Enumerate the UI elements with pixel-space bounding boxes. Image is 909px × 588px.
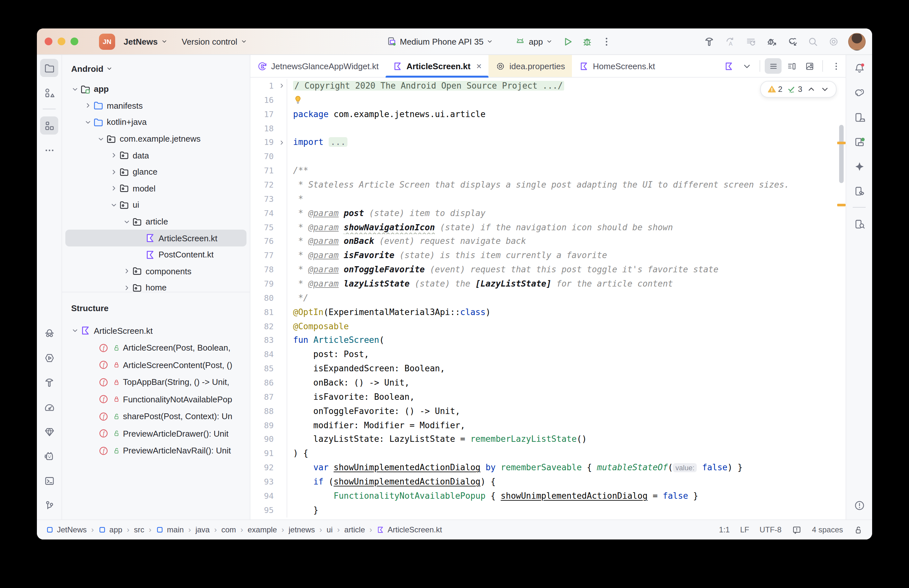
- build-hammer-button[interactable]: [701, 33, 717, 50]
- tree-item-home[interactable]: home: [62, 279, 250, 292]
- code-text[interactable]: * @param post (state) item to display: [287, 206, 846, 220]
- tool-device-manager-button[interactable]: [850, 132, 868, 151]
- chev-down-s-view-button[interactable]: [738, 58, 755, 74]
- code-line-79[interactable]: 79 * @param lazyListState (state) the [L…: [250, 277, 846, 291]
- tree-item-com-example-jetnews[interactable]: com.example.jetnews: [62, 131, 250, 147]
- tool-app-inspection-button[interactable]: [40, 324, 58, 342]
- code-line-86[interactable]: 86 onBack: () -> Unit,: [250, 376, 846, 390]
- code-line-77[interactable]: 77 * @param isFavorite (state) is this i…: [250, 249, 846, 263]
- tool-running-devices-button[interactable]: [850, 108, 868, 126]
- inspections-bubble-status-button[interactable]: [792, 525, 802, 535]
- code-line-84[interactable]: 84 post: Post,: [250, 348, 846, 362]
- vcs-menu[interactable]: Version control: [179, 35, 250, 48]
- weak-warnings-indicator[interactable]: 3: [787, 85, 802, 94]
- code-editor[interactable]: 1/ Copyright 2020 The Android Open Sourc…: [250, 78, 846, 519]
- inspections-widget[interactable]: 23: [760, 81, 836, 98]
- tree-item-articlescreen-kt[interactable]: ArticleScreen.kt: [65, 230, 247, 246]
- lock-open-gray-status-button[interactable]: [853, 525, 863, 535]
- code-text[interactable]: [287, 93, 846, 107]
- code-text[interactable]: post: Post,: [287, 348, 846, 362]
- code-line-75[interactable]: 75 * @param showNavigationIcon (state) i…: [250, 220, 846, 234]
- next-problem-button[interactable]: [820, 85, 830, 94]
- warnings-indicator[interactable]: 2: [767, 85, 782, 94]
- tool-logcat-button[interactable]: [40, 447, 58, 465]
- tab-idea-properties[interactable]: idea.properties: [489, 55, 572, 77]
- run-play-button[interactable]: [559, 33, 576, 50]
- tree-item-manifests[interactable]: manifests: [62, 97, 250, 114]
- code-text[interactable]: onToggleFavorite: () -> Unit,: [287, 404, 846, 418]
- breadcrumb-article[interactable]: article: [344, 525, 365, 534]
- code-line-18[interactable]: 18: [250, 121, 846, 136]
- tool-services-button[interactable]: [40, 349, 58, 367]
- code-text[interactable]: [287, 121, 846, 136]
- code-line-73[interactable]: 73 *: [250, 192, 846, 206]
- gradle-sync-button[interactable]: [783, 33, 800, 50]
- code-text[interactable]: onBack: () -> Unit,: [287, 376, 846, 390]
- tab-jetnewsglanceappwidget-kt[interactable]: JetnewsGlanceAppWidget.kt: [250, 55, 386, 77]
- tool-app-quality-insights-button[interactable]: [40, 422, 58, 441]
- tree-item-functionalitynotavailablepop[interactable]: fFunctionalityNotAvailablePop: [62, 391, 250, 408]
- run-tasks-button[interactable]: [742, 33, 759, 50]
- breadcrumb-main[interactable]: main: [156, 525, 184, 534]
- code-line-19[interactable]: 19import ...: [250, 136, 846, 150]
- breadcrumb-example[interactable]: example: [248, 525, 277, 534]
- sync-a-button[interactable]: A: [722, 33, 738, 50]
- kebab-button[interactable]: [598, 33, 615, 50]
- code-text[interactable]: * @param showNavigationIcon (state) if t…: [287, 220, 846, 234]
- code-text[interactable]: * @param isFavorite (state) is this item…: [287, 249, 846, 263]
- tool-structure-tool-button[interactable]: [40, 116, 58, 134]
- tool-bell-button[interactable]: [850, 59, 868, 77]
- tree-item-model[interactable]: model: [62, 180, 250, 197]
- warning-stripe-mark[interactable]: [837, 204, 846, 206]
- code-line-70[interactable]: 70: [250, 150, 846, 164]
- status-lf[interactable]: LF: [740, 525, 749, 534]
- tool-problems-button[interactable]: [850, 496, 868, 514]
- split-view-view-button[interactable]: [783, 58, 800, 74]
- code-line-93[interactable]: 93 if (showUnimplementedActionDialog) {: [250, 475, 846, 489]
- code-line-17[interactable]: 17package com.example.jetnews.ui.article: [250, 107, 846, 121]
- code-text[interactable]: if (showUnimplementedActionDialog) {: [287, 475, 846, 489]
- tool-gemini-sparkle-button[interactable]: [850, 157, 868, 175]
- breadcrumb-jetnews[interactable]: JetNews: [46, 525, 87, 534]
- code-line-72[interactable]: 72 * Stateless Article Screen that displ…: [250, 178, 846, 192]
- tool-more-horizontal-button[interactable]: [40, 141, 58, 159]
- code-text[interactable]: *: [287, 192, 846, 206]
- code-line-90[interactable]: 90 lazyListState: LazyListState = rememb…: [250, 433, 846, 447]
- code-text[interactable]: @OptIn(ExperimentalMaterial3Api::class): [287, 305, 846, 320]
- tree-item-kotlin-java[interactable]: kotlin+java: [62, 114, 250, 130]
- code-text[interactable]: /**: [287, 164, 846, 178]
- tool-resource-manager-button[interactable]: [40, 84, 58, 102]
- tab-articlescreen-kt[interactable]: ArticleScreen.kt×: [386, 55, 488, 77]
- tree-item-app[interactable]: app: [62, 81, 250, 97]
- code-text[interactable]: isFavorite: Boolean,: [287, 390, 846, 404]
- zoom-window-button[interactable]: [71, 37, 78, 45]
- tree-item-previewarticlenavrail-unit[interactable]: fPreviewArticleNavRail(): Unit: [62, 442, 250, 459]
- previous-problem-button[interactable]: [807, 85, 816, 94]
- settings-button[interactable]: [825, 33, 842, 50]
- run-configuration-selector[interactable]: app: [513, 34, 555, 48]
- status-utf-8[interactable]: UTF-8: [760, 525, 781, 534]
- tool-terminal-button[interactable]: [40, 472, 58, 489]
- tool-git-branch-button[interactable]: [40, 496, 58, 514]
- design-view-view-button[interactable]: [801, 58, 818, 74]
- tool-profiler-button[interactable]: [40, 398, 58, 416]
- device-selector[interactable]: Medium Phone API 35: [384, 34, 496, 48]
- code-line-71[interactable]: 71/**: [250, 164, 846, 178]
- tab-homescreens-kt[interactable]: HomeScreens.kt: [572, 55, 662, 77]
- breadcrumb-jetnews[interactable]: jetnews: [289, 525, 315, 534]
- warning-stripe-mark[interactable]: [837, 142, 846, 144]
- tree-item-ui[interactable]: ui: [62, 197, 250, 213]
- kotlin-view-button[interactable]: [720, 58, 737, 74]
- tree-item-data[interactable]: data: [62, 147, 250, 164]
- code-text[interactable]: package com.example.jetnews.ui.article: [287, 107, 846, 121]
- breadcrumb-app[interactable]: app: [98, 525, 122, 534]
- code-text[interactable]: modifier: Modifier = Modifier,: [287, 418, 846, 433]
- tool-project-folder-button[interactable]: [40, 59, 58, 77]
- kebab-view-button[interactable]: [827, 58, 844, 74]
- fold-toggle[interactable]: [277, 79, 287, 93]
- minimize-window-button[interactable]: [58, 37, 65, 45]
- code-text[interactable]: FunctionalityNotAvailablePopup { showUni…: [287, 489, 846, 503]
- close-window-button[interactable]: [45, 37, 52, 45]
- code-text[interactable]: isExpandedScreen: Boolean,: [287, 362, 846, 376]
- code-line-91[interactable]: 91) {: [250, 447, 846, 461]
